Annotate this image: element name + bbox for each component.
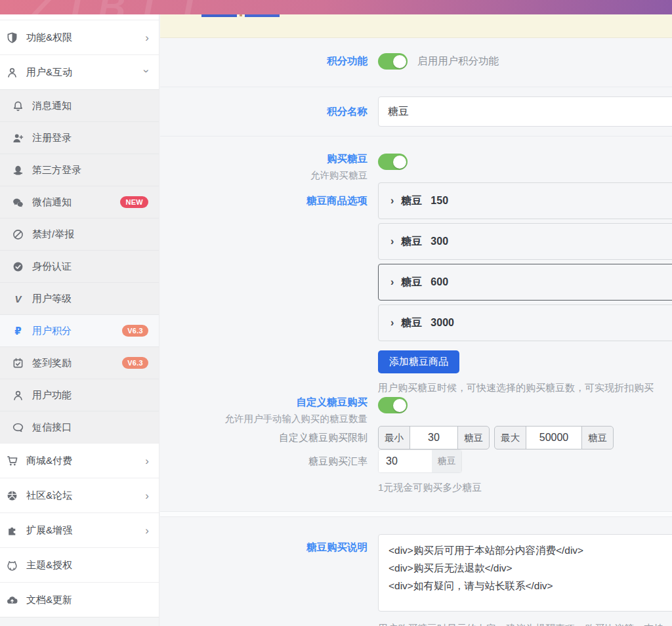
chevron-right-icon <box>390 236 394 247</box>
bean-product-accordion[interactable]: 糖豆 150 <box>378 182 672 219</box>
sidebar-item-sms-api[interactable]: 短信接口 <box>0 411 159 443</box>
min-addon: 最小 <box>378 426 410 449</box>
sidebar-item-label: 商城&付费 <box>26 455 72 467</box>
sidebar-item-identity-verify[interactable]: 身份认证 <box>0 250 159 282</box>
unit-addon: 糖豆 <box>432 450 461 472</box>
sidebar-item-extensions[interactable]: 扩展&增强 <box>0 512 159 547</box>
sidebar-item-features-permissions[interactable]: 功能&权限 <box>0 20 159 54</box>
points-enable-toggle[interactable] <box>378 53 408 70</box>
sidebar-item-checkin-reward[interactable]: 签到奖励 V6.3 <box>0 346 159 379</box>
sidebar-item-wechat-notify[interactable]: 微信通知 NEW <box>0 186 159 218</box>
sidebar-item-label: 社区&论坛 <box>26 490 72 502</box>
sidebar-item-label: 文档&更新 <box>26 594 72 606</box>
forum-icon <box>7 490 18 501</box>
form-row-custom-buy: 自定义糖豆购买 允许用户手动输入购买的糖豆数量 <box>160 394 672 426</box>
form-row-points-enable: 积分功能 启用用户积分功能 <box>160 38 672 87</box>
form-row-bean-products: 糖豆商品选项 糖豆 150 糖豆 300 糖豆 <box>160 182 672 394</box>
product-value: 150 <box>430 195 448 207</box>
sidebar-item-label: 身份认证 <box>32 261 72 273</box>
sidebar-item-user-functions[interactable]: 用户功能 <box>0 379 159 411</box>
bean-product-accordion[interactable]: 糖豆 600 <box>378 264 672 301</box>
new-badge: NEW <box>120 196 148 208</box>
purchase-desc-textarea[interactable] <box>378 534 672 612</box>
sidebar-item-label: 第三方登录 <box>32 164 81 177</box>
sidebar-next-item-partial <box>0 617 159 626</box>
max-limit-input[interactable] <box>526 426 582 449</box>
product-name: 糖豆 <box>401 235 422 249</box>
sidebar-item-shop-payment[interactable]: 商城&付费 <box>0 443 159 478</box>
user-icon <box>7 67 18 78</box>
sidebar-item-label: 主题&授权 <box>26 559 72 572</box>
form-row-custom-limit: 自定义糖豆购买限制 最小 糖豆 最大 糖豆 <box>160 426 672 449</box>
product-name: 糖豆 <box>401 194 422 208</box>
settings-main-content: 积分功能 启用用户积分功能 积分名称 购买糖豆 允许购买糖豆 <box>160 14 672 626</box>
sidebar-item-user-points[interactable]: 用户积分 V6.3 <box>0 314 159 346</box>
form-row-points-name: 积分名称 <box>160 87 672 136</box>
product-name: 糖豆 <box>401 316 422 330</box>
sidebar-item-label: 注册登录 <box>32 132 72 144</box>
chevron-right-icon <box>390 276 394 288</box>
sidebar-item-register-login[interactable]: 注册登录 <box>0 121 159 154</box>
sidebar-item-users-interaction[interactable]: 用户&互动 <box>0 54 159 89</box>
bean-product-accordion[interactable]: 糖豆 3000 <box>378 304 672 341</box>
form-row-purchase-desc: 糖豆购买说明 用户购买糖豆时显示的内容，建议为提醒事项、购买协议等，支持HT <box>160 534 672 626</box>
field-label: 糖豆购买说明 <box>306 541 368 553</box>
link-separator-dot <box>240 14 242 16</box>
top-header-bar: ZIBLL <box>0 0 672 14</box>
sidebar-item-label: 签到奖励 <box>32 357 72 369</box>
sidebar-item-theme-license[interactable]: 主题&授权 <box>0 547 159 582</box>
buy-beans-toggle[interactable] <box>378 154 408 170</box>
field-help-text: 用户购买糖豆时候，可快速选择的购买糖豆数，可实现折扣购买 <box>378 381 672 394</box>
sidebar-item-ban-report[interactable]: 禁封/举报 <box>0 218 159 250</box>
version-badge: V6.3 <box>122 357 148 369</box>
wechat-icon <box>12 197 24 208</box>
form-section-buy-beans: 购买糖豆 允许购买糖豆 糖豆商品选项 糖豆 150 <box>160 136 672 511</box>
field-label: 积分名称 <box>327 106 368 117</box>
chevron-down-icon <box>142 69 153 73</box>
product-name: 糖豆 <box>401 276 422 289</box>
field-label: 糖豆购买汇率 <box>308 455 368 467</box>
vimeo-icon <box>12 293 24 304</box>
brand-watermark: ZIBLL <box>30 0 223 14</box>
unit-addon: 糖豆 <box>457 426 490 449</box>
sidebar-item-label: 禁封/举报 <box>32 228 74 241</box>
product-value: 300 <box>430 236 448 247</box>
header-link-stub[interactable] <box>201 14 237 17</box>
field-label: 积分功能 <box>327 55 368 66</box>
user-plus-icon <box>12 133 24 144</box>
cart-icon <box>7 455 18 467</box>
custom-buy-toggle[interactable] <box>378 397 408 413</box>
rate-input[interactable] <box>379 450 432 472</box>
points-name-input[interactable] <box>378 96 672 127</box>
chevron-right-icon <box>145 490 149 501</box>
min-limit-input[interactable] <box>410 426 458 449</box>
chevron-right-icon <box>145 525 149 536</box>
field-help-text: 用户购买糖豆时显示的内容，建议为提醒事项、购买协议等，支持HT <box>378 621 672 626</box>
max-limit-input-group: 最大 糖豆 <box>494 426 614 449</box>
sidebar-item-docs-update[interactable]: 文档&更新 <box>0 582 159 617</box>
form-row-exchange-rate: 糖豆购买汇率 糖豆 1元现金可购买多少糖豆 <box>160 449 672 494</box>
sidebar-item-third-party-login[interactable]: 第三方登录 <box>0 154 159 186</box>
sidebar-item-message-notify[interactable]: 消息通知 <box>0 89 159 121</box>
sidebar-item-label: 用户功能 <box>32 389 72 402</box>
bean-product-accordion[interactable]: 糖豆 300 <box>378 223 672 260</box>
puzzle-icon <box>7 525 18 536</box>
chevron-right-icon <box>390 317 394 329</box>
chevron-right-icon <box>145 32 149 43</box>
sidebar-item-user-level[interactable]: 用户等级 <box>0 282 159 314</box>
sidebar-item-community-forum[interactable]: 社区&论坛 <box>0 478 159 512</box>
sidebar-item-label: 扩展&增强 <box>26 524 72 537</box>
add-bean-product-button[interactable]: 添加糖豆商品 <box>378 350 459 373</box>
field-label: 糖豆商品选项 <box>306 195 368 206</box>
field-label: 购买糖豆 <box>160 151 368 167</box>
header-link-stub[interactable] <box>245 14 280 17</box>
sidebar-item-label: 微信通知 <box>32 196 72 209</box>
field-help-text: 1元现金可购买多少糖豆 <box>378 480 672 494</box>
max-addon: 最大 <box>494 426 526 449</box>
form-section-purchase-desc: 糖豆购买说明 用户购买糖豆时显示的内容，建议为提醒事项、购买协议等，支持HT <box>160 516 672 626</box>
form-row-buy-toggle: 购买糖豆 允许购买糖豆 <box>160 151 672 182</box>
sidebar-item-label: 消息通知 <box>32 100 72 112</box>
field-label: 自定义糖豆购买限制 <box>279 432 368 443</box>
bell-icon <box>12 100 24 112</box>
section-gap <box>160 511 672 516</box>
